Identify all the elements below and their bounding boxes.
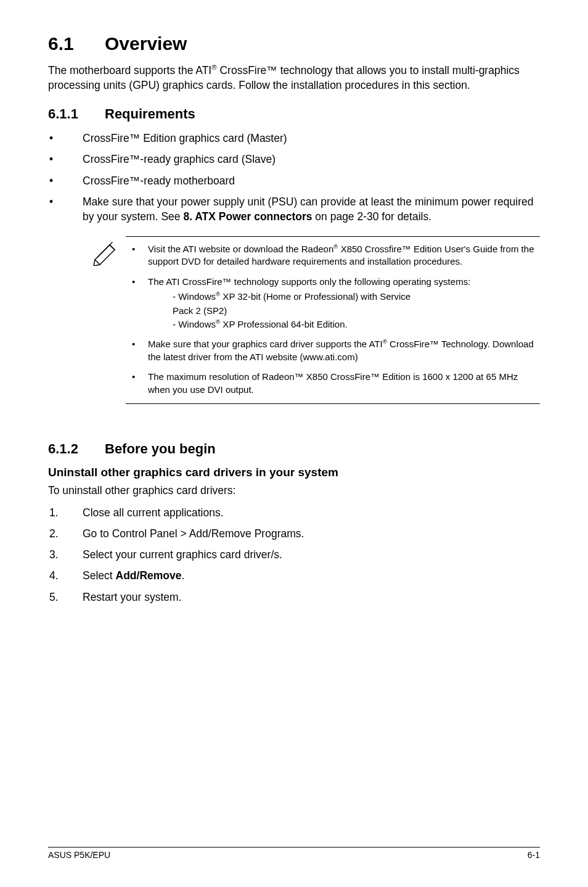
list-item: Select Add/Remove. [48,568,540,583]
sub-heading: Uninstall other graphics card drivers in… [48,466,540,479]
sub-item: - Windows® XP Professional 64-bit Editio… [173,318,540,331]
list-item: The ATI CrossFire™ technology supports o… [126,276,540,331]
section-number: 6.1 [48,33,105,54]
list-item: Select your current graphics card driver… [48,547,540,562]
sub-item: - Windows® XP 32-bit (Home or Profession… [173,291,540,303]
requirements-list: CrossFire™ Edition graphics card (Master… [48,131,540,224]
subsection-title: Before you begin [105,441,216,456]
text: - Windows [173,291,216,302]
subsection-heading: 6.1.1Requirements [48,106,540,122]
subsection-number: 6.1.2 [48,441,105,457]
steps-list: Close all current applications. Go to Co… [48,505,540,604]
page-footer: ASUS P5K/EPU 6-1 [48,847,540,860]
list-item: Visit the ATI website or download the Ra… [126,243,540,268]
list-item: CrossFire™ Edition graphics card (Master… [48,131,540,146]
note-list: Visit the ATI website or download the Ra… [97,243,540,396]
list-item: Make sure that your graphics card driver… [126,338,540,363]
text: XP Professional 64-bit Edition. [220,319,348,329]
intro-paragraph: The motherboard supports the ATI® CrossF… [48,63,540,93]
text: on page 2-30 for details. [312,210,431,223]
text: . [181,569,184,582]
text: - Windows [173,319,216,329]
bold-text: 8. ATX Power connectors [183,210,312,223]
footer-page-number: 6-1 [528,850,540,860]
text: Make sure that your graphics card driver… [148,339,383,349]
subsection-number: 6.1.1 [48,106,105,122]
divider [126,236,540,237]
list-item: Make sure that your power supply unit (P… [48,194,540,224]
list-item: Go to Control Panel > Add/Remove Program… [48,526,540,541]
note-callout: Visit the ATI website or download the Ra… [97,236,540,404]
divider [126,403,540,404]
list-item: The maximum resolution of Radeon™ X850 C… [126,371,540,396]
bold-text: Add/Remove [116,569,182,582]
text: XP 32-bit (Home or Professional) with Se… [220,291,410,302]
list-item: CrossFire™-ready motherboard [48,173,540,188]
list-item: CrossFire™-ready graphics card (Slave) [48,152,540,167]
sub-item-cont: Pack 2 (SP2) [173,305,540,317]
note-pencil-icon [91,241,120,268]
text: Visit the ATI website or download the Ra… [148,244,333,254]
list-item: Close all current applications. [48,505,540,520]
text: The ATI CrossFire™ technology supports o… [148,276,470,287]
section-title: Overview [105,33,187,54]
sub-list: - Windows® XP 32-bit (Home or Profession… [173,291,540,331]
section-heading: 6.1Overview [48,33,540,54]
subsection-title: Requirements [105,106,195,122]
footer-left: ASUS P5K/EPU [48,850,110,860]
paragraph: To uninstall other graphics card drivers… [48,483,540,498]
text: Select [83,569,116,582]
subsection-heading: 6.1.2Before you begin [48,441,540,457]
list-item: Restart your system. [48,590,540,604]
